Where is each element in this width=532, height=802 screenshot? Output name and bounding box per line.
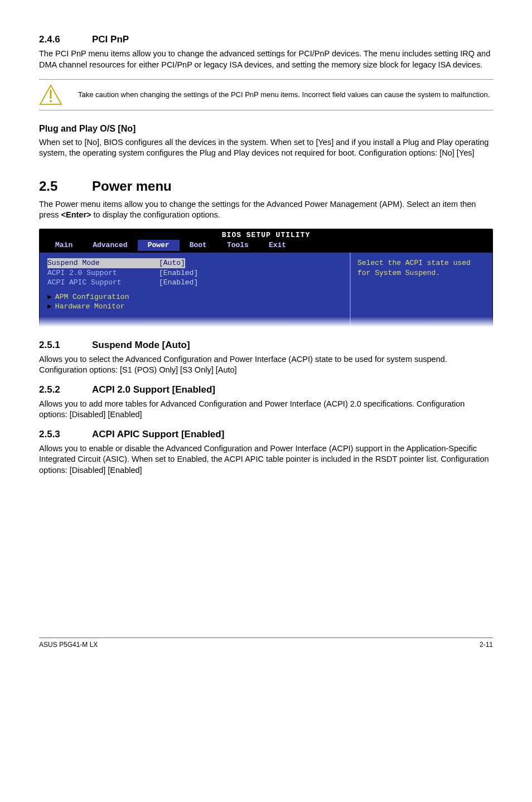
heading-number: 2.5.1 [39,339,92,352]
tab-advanced: Advanced [83,240,137,251]
paragraph: Allows you to enable or disable the Adva… [39,443,493,476]
bios-screenshot: BIOS SETUP UTILITY Main Advanced Power B… [39,229,493,327]
caution-icon [39,84,62,105]
tab-power: Power [138,240,180,251]
svg-point-2 [50,100,52,103]
heading-2-4-6: 2.4.6PCI PnP [39,33,493,46]
paragraph: The Power menu items allow you to change… [39,199,493,221]
paragraph: When set to [No], BIOS configures all th… [39,137,493,159]
bios-left-pane: Suspend Mode [Auto] ACPI 2.0 Support [En… [40,253,351,326]
subheading-plug-and-play: Plug and Play O/S [No] [39,123,493,135]
bios-submenu-hardware-monitor: ▶Hardware Monitor [47,302,342,312]
bios-label: ACPI 2.0 Support [47,268,159,278]
heading-number: 2.5 [39,177,92,195]
tab-tools: Tools [217,240,259,251]
heading-2-5-3: 2.5.3ACPI APIC Support [Enabled] [39,428,493,441]
bios-body: Suspend Mode [Auto] ACPI 2.0 Support [En… [40,253,492,326]
heading-2-5-2: 2.5.2ACPI 2.0 Support [Enabled] [39,384,493,397]
bios-label: Suspend Mode [47,258,159,268]
tab-exit: Exit [259,240,296,251]
bios-submenu-label: APM Configuration [55,293,129,301]
paragraph: Allows you to select the Advanced Config… [39,354,493,376]
bios-submenu-apm: ▶APM Configuration [47,292,342,302]
bios-value: [Enabled] [159,278,198,288]
heading-text: Power menu [92,178,172,194]
heading-2-5: 2.5Power menu [39,177,493,195]
bios-value: [Enabled] [159,268,198,278]
footer-page-number: 2-11 [480,640,493,649]
footer-product: ASUS P5G41-M LX [39,640,98,649]
bios-window: BIOS SETUP UTILITY Main Advanced Power B… [39,229,493,327]
tab-boot: Boot [180,240,217,251]
paragraph: Allows you to add more tables for Advanc… [39,399,493,421]
bios-submenu-label: Hardware Monitor [55,302,125,311]
bios-menubar: Main Advanced Power Boot Tools Exit [40,240,492,253]
triangle-right-icon: ▶ [47,302,52,311]
tab-main: Main [45,240,83,251]
caution-callout: Take caution when changing the settings … [39,79,493,110]
heading-text: ACPI APIC Support [Enabled] [92,429,224,439]
caution-text: Take caution when changing the settings … [78,90,490,100]
bios-label: ACPI APIC Support [47,278,159,288]
heading-text: PCI PnP [92,34,129,45]
heading-text: ACPI 2.0 Support [Enabled] [92,384,215,395]
heading-2-5-1: 2.5.1Suspend Mode [Auto] [39,339,493,352]
triangle-right-icon: ▶ [47,293,52,301]
bios-row-suspend-mode: Suspend Mode [Auto] [47,258,342,268]
page-footer: ASUS P5G41-M LX 2-11 [39,637,493,649]
heading-number: 2.5.2 [39,384,92,397]
heading-text: Suspend Mode [Auto] [92,340,190,350]
heading-number: 2.5.3 [39,428,92,441]
paragraph: The PCI PnP menu items allow you to chan… [39,49,493,70]
bios-value: [Auto] [159,258,185,268]
text: to display the configuration options. [91,210,220,219]
bios-row-acpi-apic: ACPI APIC Support [Enabled] [47,278,342,288]
key-enter: <Enter> [61,210,91,219]
bios-title: BIOS SETUP UTILITY [40,229,492,240]
bios-row-acpi-2-0: ACPI 2.0 Support [Enabled] [47,268,342,278]
bios-help-pane: Select the ACPI state used for System Su… [351,253,492,326]
heading-number: 2.4.6 [39,33,92,46]
